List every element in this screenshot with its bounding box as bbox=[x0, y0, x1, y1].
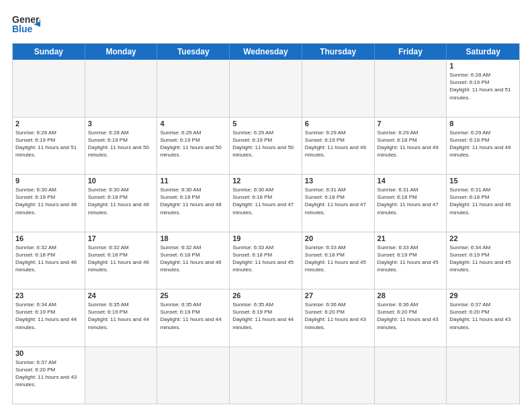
day-info: Sunrise: 6:32 AMSunset: 6:18 PMDaylight:… bbox=[88, 244, 154, 274]
calendar-header: SundayMondayTuesdayWednesdayThursdayFrid… bbox=[13, 44, 519, 60]
calendar: SundayMondayTuesdayWednesdayThursdayFrid… bbox=[12, 43, 520, 404]
day-number: 27 bbox=[305, 291, 371, 300]
day-number: 12 bbox=[232, 177, 299, 185]
calendar-cell bbox=[302, 60, 375, 117]
calendar-cell: 9Sunrise: 6:30 AMSunset: 6:18 PMDaylight… bbox=[13, 175, 85, 232]
calendar-cell: 16Sunrise: 6:32 AMSunset: 6:18 PMDayligh… bbox=[13, 232, 85, 289]
calendar-cell: 10Sunrise: 6:30 AMSunset: 6:18 PMDayligh… bbox=[85, 175, 158, 232]
day-info: Sunrise: 6:33 AMSunset: 6:18 PMDaylight:… bbox=[232, 244, 299, 274]
day-info: Sunrise: 6:28 AMSunset: 6:19 PMDaylight:… bbox=[449, 71, 517, 101]
day-number: 20 bbox=[305, 234, 371, 242]
day-info: Sunrise: 6:34 AMSunset: 6:19 PMDaylight:… bbox=[15, 301, 82, 331]
day-number: 14 bbox=[378, 177, 444, 185]
day-info: Sunrise: 6:31 AMSunset: 6:18 PMDaylight:… bbox=[449, 186, 517, 216]
day-number: 18 bbox=[160, 234, 226, 242]
calendar-cell: 21Sunrise: 6:33 AMSunset: 6:19 PMDayligh… bbox=[375, 232, 447, 289]
day-number: 17 bbox=[88, 234, 154, 242]
calendar-cell: 24Sunrise: 6:35 AMSunset: 6:19 PMDayligh… bbox=[85, 289, 158, 347]
day-number: 16 bbox=[15, 234, 82, 242]
day-info: Sunrise: 6:36 AMSunset: 6:20 PMDaylight:… bbox=[305, 301, 371, 331]
calendar-cell: 1Sunrise: 6:28 AMSunset: 6:19 PMDaylight… bbox=[447, 60, 519, 117]
day-info: Sunrise: 6:34 AMSunset: 6:19 PMDaylight:… bbox=[449, 244, 517, 274]
weekday-header: Sunday bbox=[13, 44, 85, 60]
day-number: 21 bbox=[378, 234, 444, 242]
calendar-cell bbox=[85, 347, 158, 404]
day-info: Sunrise: 6:31 AMSunset: 6:18 PMDaylight:… bbox=[305, 186, 371, 216]
calendar-cell: 26Sunrise: 6:35 AMSunset: 6:19 PMDayligh… bbox=[230, 289, 302, 347]
day-number: 4 bbox=[160, 120, 226, 128]
day-number: 5 bbox=[232, 120, 299, 128]
day-number: 11 bbox=[160, 177, 226, 185]
calendar-cell: 20Sunrise: 6:33 AMSunset: 6:18 PMDayligh… bbox=[302, 232, 375, 289]
calendar-cell: 18Sunrise: 6:32 AMSunset: 6:18 PMDayligh… bbox=[157, 232, 230, 289]
calendar-cell bbox=[447, 347, 519, 404]
calendar-row: 16Sunrise: 6:32 AMSunset: 6:18 PMDayligh… bbox=[13, 232, 519, 289]
calendar-cell: 27Sunrise: 6:36 AMSunset: 6:20 PMDayligh… bbox=[302, 289, 375, 347]
day-info: Sunrise: 6:32 AMSunset: 6:18 PMDaylight:… bbox=[15, 244, 82, 274]
day-info: Sunrise: 6:30 AMSunset: 6:18 PMDaylight:… bbox=[88, 186, 154, 216]
day-info: Sunrise: 6:37 AMSunset: 6:20 PMDaylight:… bbox=[449, 301, 517, 331]
day-info: Sunrise: 6:29 AMSunset: 6:19 PMDaylight:… bbox=[160, 129, 226, 159]
calendar-cell: 6Sunrise: 6:29 AMSunset: 6:19 PMDaylight… bbox=[302, 118, 375, 175]
calendar-cell: 4Sunrise: 6:29 AMSunset: 6:19 PMDaylight… bbox=[157, 118, 230, 175]
day-info: Sunrise: 6:28 AMSunset: 6:19 PMDaylight:… bbox=[88, 129, 154, 159]
day-info: Sunrise: 6:31 AMSunset: 6:18 PMDaylight:… bbox=[378, 186, 444, 216]
calendar-cell bbox=[157, 60, 230, 117]
calendar-cell: 2Sunrise: 6:28 AMSunset: 6:19 PMDaylight… bbox=[13, 118, 85, 175]
day-number: 6 bbox=[305, 120, 371, 128]
day-number: 24 bbox=[88, 291, 154, 300]
calendar-cell bbox=[13, 60, 85, 117]
weekday-header: Tuesday bbox=[157, 44, 230, 60]
calendar-cell: 19Sunrise: 6:33 AMSunset: 6:18 PMDayligh… bbox=[230, 232, 302, 289]
day-number: 1 bbox=[449, 62, 517, 70]
day-info: Sunrise: 6:30 AMSunset: 6:18 PMDaylight:… bbox=[15, 186, 82, 216]
calendar-row: 2Sunrise: 6:28 AMSunset: 6:19 PMDaylight… bbox=[13, 117, 519, 175]
day-number: 13 bbox=[305, 177, 371, 185]
day-number: 3 bbox=[88, 120, 154, 128]
day-info: Sunrise: 6:29 AMSunset: 6:19 PMDaylight:… bbox=[305, 129, 371, 159]
day-info: Sunrise: 6:36 AMSunset: 6:20 PMDaylight:… bbox=[378, 301, 444, 331]
weekday-header: Monday bbox=[85, 44, 158, 60]
day-info: Sunrise: 6:30 AMSunset: 6:18 PMDaylight:… bbox=[232, 186, 299, 216]
calendar-cell: 8Sunrise: 6:29 AMSunset: 6:18 PMDaylight… bbox=[447, 118, 519, 175]
calendar-body: 1Sunrise: 6:28 AMSunset: 6:19 PMDaylight… bbox=[13, 60, 519, 404]
day-info: Sunrise: 6:33 AMSunset: 6:19 PMDaylight:… bbox=[378, 244, 444, 274]
calendar-cell bbox=[302, 347, 375, 404]
logo: General Blue bbox=[12, 12, 40, 36]
day-info: Sunrise: 6:35 AMSunset: 6:19 PMDaylight:… bbox=[160, 301, 226, 331]
calendar-cell: 30Sunrise: 6:37 AMSunset: 6:20 PMDayligh… bbox=[13, 347, 85, 404]
calendar-cell: 23Sunrise: 6:34 AMSunset: 6:19 PMDayligh… bbox=[13, 289, 85, 347]
calendar-row: 23Sunrise: 6:34 AMSunset: 6:19 PMDayligh… bbox=[13, 289, 519, 347]
weekday-header: Thursday bbox=[302, 44, 375, 60]
day-info: Sunrise: 6:32 AMSunset: 6:18 PMDaylight:… bbox=[160, 244, 226, 274]
weekday-header: Saturday bbox=[447, 44, 519, 60]
header: General Blue bbox=[12, 12, 520, 36]
day-number: 25 bbox=[160, 291, 226, 300]
calendar-cell: 29Sunrise: 6:37 AMSunset: 6:20 PMDayligh… bbox=[447, 289, 519, 347]
calendar-row: 1Sunrise: 6:28 AMSunset: 6:19 PMDaylight… bbox=[13, 60, 519, 117]
calendar-cell: 7Sunrise: 6:29 AMSunset: 6:18 PMDaylight… bbox=[375, 118, 447, 175]
calendar-cell: 3Sunrise: 6:28 AMSunset: 6:19 PMDaylight… bbox=[85, 118, 158, 175]
calendar-row: 30Sunrise: 6:37 AMSunset: 6:20 PMDayligh… bbox=[13, 347, 519, 404]
day-number: 29 bbox=[449, 291, 517, 300]
calendar-cell: 28Sunrise: 6:36 AMSunset: 6:20 PMDayligh… bbox=[375, 289, 447, 347]
day-info: Sunrise: 6:28 AMSunset: 6:19 PMDaylight:… bbox=[15, 129, 82, 159]
day-number: 7 bbox=[378, 120, 444, 128]
day-info: Sunrise: 6:37 AMSunset: 6:20 PMDaylight:… bbox=[15, 359, 82, 389]
calendar-cell: 13Sunrise: 6:31 AMSunset: 6:18 PMDayligh… bbox=[302, 175, 375, 232]
day-number: 23 bbox=[15, 291, 82, 300]
day-info: Sunrise: 6:35 AMSunset: 6:19 PMDaylight:… bbox=[88, 301, 154, 331]
calendar-cell: 15Sunrise: 6:31 AMSunset: 6:18 PMDayligh… bbox=[447, 175, 519, 232]
day-info: Sunrise: 6:30 AMSunset: 6:18 PMDaylight:… bbox=[160, 186, 226, 216]
calendar-cell bbox=[375, 60, 447, 117]
calendar-cell: 12Sunrise: 6:30 AMSunset: 6:18 PMDayligh… bbox=[230, 175, 302, 232]
day-info: Sunrise: 6:29 AMSunset: 6:19 PMDaylight:… bbox=[232, 129, 299, 159]
day-number: 2 bbox=[15, 120, 82, 128]
day-number: 30 bbox=[15, 349, 82, 357]
day-info: Sunrise: 6:33 AMSunset: 6:18 PMDaylight:… bbox=[305, 244, 371, 274]
calendar-row: 9Sunrise: 6:30 AMSunset: 6:18 PMDaylight… bbox=[13, 174, 519, 232]
calendar-cell: 14Sunrise: 6:31 AMSunset: 6:18 PMDayligh… bbox=[375, 175, 447, 232]
calendar-cell: 22Sunrise: 6:34 AMSunset: 6:19 PMDayligh… bbox=[447, 232, 519, 289]
day-number: 28 bbox=[378, 291, 444, 300]
calendar-cell bbox=[85, 60, 158, 117]
